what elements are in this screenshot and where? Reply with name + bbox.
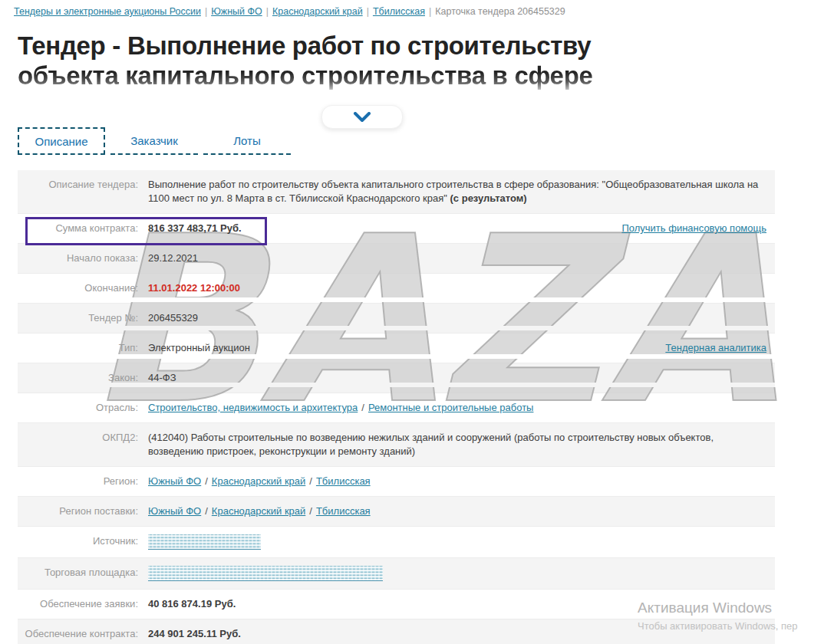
- page-title-line1: Тендер - Выполнение работ по строительст…: [18, 31, 591, 60]
- table-row-type: Тип: Электронный аукцион Тендерная анали…: [18, 334, 775, 363]
- row-label: Окончание:: [18, 281, 138, 295]
- tab-lots[interactable]: Лоты: [203, 127, 291, 155]
- row-label: Обеспечение заявки:: [18, 597, 138, 611]
- row-label: Описание тендера:: [18, 178, 138, 192]
- breadcrumb-link-town[interactable]: Тбилисская: [373, 6, 425, 17]
- table-row-source: Источник:: [18, 527, 775, 558]
- row-label: Тип:: [18, 341, 138, 355]
- table-row-contract-security: Обеспечение контракта: 244 901 245.11 Ру…: [18, 619, 775, 644]
- row-label: Сумма контракта:: [18, 222, 138, 235]
- row-label: ОКПД2:: [18, 431, 138, 445]
- industry-link-2[interactable]: Ремонтные и строительные работы: [368, 402, 534, 413]
- expand-title-button[interactable]: [321, 105, 403, 129]
- table-row-trading-platform: Торговая площадка:: [18, 558, 775, 590]
- okpd2-value: (412040) Работы строительные по возведен…: [148, 431, 775, 458]
- tab-customer[interactable]: Заказчик: [110, 127, 198, 155]
- tab-description[interactable]: Описание: [18, 127, 105, 155]
- table-row-okpd2: ОКПД2: (412040) Работы строительные по в…: [18, 423, 775, 467]
- breadcrumb-link-root[interactable]: Тендеры и электронные аукционы России: [14, 6, 201, 17]
- contract-sum-value: 816 337 483,71 Руб.: [148, 222, 242, 235]
- row-label: Обеспечение контракта:: [18, 627, 138, 641]
- row-label: Регион поставки:: [18, 504, 138, 518]
- table-row-tender-number: Тендер №: 206455329: [18, 304, 775, 334]
- table-row-law: Закон: 44-ФЗ: [18, 363, 775, 393]
- description-result-flag: (с результатом): [450, 192, 527, 204]
- bid-security-value: 40 816 874.19 Руб.: [148, 598, 236, 610]
- tab-bar: Описание Заказчик Лоты: [18, 127, 296, 155]
- table-row-end-date: Окончание: 11.01.2022 12:00:00: [18, 274, 775, 304]
- row-label: Закон:: [18, 371, 138, 385]
- industry-link-1[interactable]: Строительство, недвижимость и архитектур…: [148, 402, 358, 413]
- breadcrumb-link-district[interactable]: Южный ФО: [211, 6, 262, 17]
- page-title-line2: объекта капитального строительства в сфе…: [18, 61, 593, 90]
- row-value: Выполнение работ по строительству объект…: [148, 178, 775, 205]
- region-link-town[interactable]: Тбилисская: [316, 475, 371, 487]
- table-row-description: Описание тендера: Выполнение работ по ст…: [18, 170, 775, 214]
- trading-platform-link-redacted[interactable]: [148, 566, 383, 581]
- source-link-redacted[interactable]: [148, 534, 261, 550]
- table-row-contract-sum: Сумма контракта: 816 337 483,71 Руб. Пол…: [18, 214, 775, 244]
- region-link-district[interactable]: Южный ФО: [148, 475, 201, 487]
- table-row-region: Регион: Южный ФО/Краснодарский край/Тбил…: [18, 467, 775, 497]
- region-link-region[interactable]: Краснодарский край: [212, 475, 305, 487]
- law-value: 44-ФЗ: [148, 371, 775, 385]
- table-row-bid-security: Обеспечение заявки: 40 816 874.19 Руб.: [18, 590, 775, 619]
- row-label: Источник:: [18, 534, 138, 548]
- row-label: Отрасль:: [18, 401, 138, 415]
- breadcrumb: Тендеры и электронные аукционы России|Юж…: [14, 6, 565, 17]
- tender-number-value: 206455329: [148, 311, 775, 325]
- financial-help-link[interactable]: Получить финансовую помощь: [621, 222, 766, 235]
- table-row-industry: Отрасль: Строительство, недвижимость и а…: [18, 393, 775, 423]
- delivery-region-link-district[interactable]: Южный ФО: [148, 505, 201, 517]
- row-label: Регион:: [18, 475, 138, 488]
- delivery-region-link-town[interactable]: Тбилисская: [316, 505, 371, 517]
- contract-security-value: 244 901 245.11 Руб.: [148, 628, 241, 639]
- tender-analytics-link[interactable]: Тендерная аналитика: [665, 341, 766, 355]
- end-date-value: 11.01.2022 12:00:00: [148, 282, 240, 294]
- tender-type-value: Электронный аукцион: [148, 341, 250, 355]
- page-title: Тендер - Выполнение работ по строительст…: [18, 31, 654, 90]
- row-label: Начало показа:: [18, 251, 138, 265]
- row-label: Тендер №:: [18, 311, 138, 325]
- delivery-region-link-region[interactable]: Краснодарский край: [212, 505, 305, 517]
- start-date-value: 29.12.2021: [148, 251, 775, 265]
- row-label: Торговая площадка:: [18, 566, 138, 580]
- table-row-start-date: Начало показа: 29.12.2021: [18, 244, 775, 274]
- chevron-down-icon: [353, 112, 371, 123]
- breadcrumb-link-region[interactable]: Краснодарский край: [272, 6, 363, 17]
- table-row-delivery-region: Регион поставки: Южный ФО/Краснодарский …: [18, 497, 775, 527]
- tender-details-table: Описание тендера: Выполнение работ по ст…: [18, 170, 775, 644]
- breadcrumb-current: Карточка тендера 206455329: [435, 6, 565, 17]
